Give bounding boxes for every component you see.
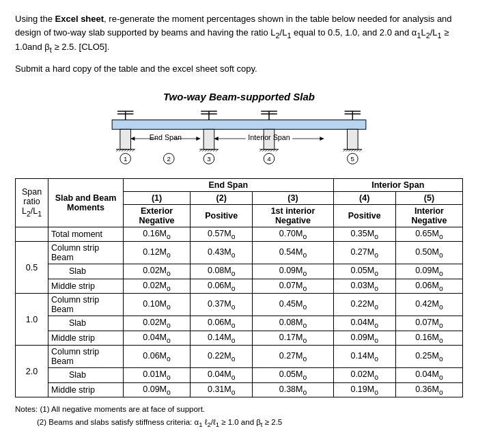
value-cell-col4: 0.09Mo (333, 331, 395, 346)
value-cell-col2: 0.31Mo (191, 382, 253, 397)
row-type-cell: Middle strip (48, 382, 124, 397)
row-type-cell: Middle strip (48, 331, 124, 346)
svg-marker-53 (196, 137, 200, 141)
table-row: Slab0.02Mo0.08Mo0.09Mo0.05Mo0.09Mo (16, 264, 463, 279)
value-cell-col5: 0.06Mo (395, 279, 462, 294)
svg-text:Interior Span: Interior Span (248, 133, 290, 141)
value-cell-col2: 0.37Mo (191, 294, 253, 316)
submit-paragraph: Submit a hard copy of the table and the … (15, 62, 463, 76)
value-cell-col5: 0.09Mo (395, 264, 462, 279)
svg-rect-16 (347, 129, 358, 149)
table-row: 1.0Column strip Beam0.10Mo0.37Mo0.45Mo0.… (16, 294, 463, 316)
value-cell-col1: 0.04Mo (124, 331, 191, 346)
span-ratio-cell: 1.0 (16, 294, 48, 346)
table-row: Middle strip0.09Mo0.31Mo0.38Mo0.19Mo0.36… (16, 382, 463, 397)
svg-text:2: 2 (167, 155, 171, 163)
value-cell-col2: 0.06Mo (191, 279, 253, 294)
value-cell-col2: 0.08Mo (191, 264, 253, 279)
value-cell-col5: 0.65Mo (395, 227, 462, 242)
col5-sub-header: InteriorNegative (395, 204, 462, 227)
row-type-cell: Column strip Beam (48, 346, 124, 368)
value-cell-col1: 0.02Mo (124, 316, 191, 331)
diagram-section: Two-way Beam-supported Slab (15, 91, 463, 171)
value-cell-col3: 0.07Mo (253, 279, 333, 294)
value-cell-col1: 0.02Mo (124, 279, 191, 294)
value-cell-col5: 0.16Mo (395, 331, 462, 346)
svg-marker-52 (131, 137, 135, 141)
diagram-title: Two-way Beam-supported Slab (15, 91, 463, 102)
col3-header: (3) (253, 191, 333, 204)
svg-text:End Span: End Span (150, 133, 182, 141)
col3-sub-header: 1st interiorNegative (253, 204, 333, 227)
table-row: Slab0.01Mo0.04Mo0.05Mo0.02Mo0.04Mo (16, 368, 463, 383)
value-cell-col4: 0.04Mo (333, 316, 395, 331)
svg-rect-12 (112, 120, 366, 129)
value-cell-col4: 0.03Mo (333, 279, 395, 294)
svg-text:3: 3 (207, 155, 210, 163)
value-cell-col5: 0.25Mo (395, 346, 462, 368)
value-cell-col4: 0.19Mo (333, 382, 395, 397)
note-indent (15, 418, 35, 426)
value-cell-col1: 0.09Mo (124, 382, 191, 397)
value-cell-col5: 0.42Mo (395, 294, 462, 316)
table-row: 2.0Column strip Beam0.06Mo0.22Mo0.27Mo0.… (16, 346, 463, 368)
svg-rect-13 (120, 129, 131, 149)
value-cell-col3: 0.70Mo (253, 227, 333, 242)
col4-sub-header: Positive (333, 204, 395, 227)
row-type-cell: Column strip Beam (48, 242, 124, 264)
value-cell-col1: 0.10Mo (124, 294, 191, 316)
interior-span-header: Interior Span (333, 178, 462, 191)
table-row: 0.5Column strip Beam0.12Mo0.43Mo0.54Mo0.… (16, 242, 463, 264)
svg-text:4: 4 (267, 155, 271, 163)
row-type-cell: Middle strip (48, 279, 124, 294)
row-type-cell: Slab (48, 368, 124, 383)
intro-paragraph: Using the Excel sheet, re-generate the m… (15, 12, 463, 55)
span-ratio-cell: 2.0 (16, 346, 48, 397)
span-ratio-cell: 0.5 (16, 242, 48, 294)
value-cell-col3: 0.08Mo (253, 316, 333, 331)
value-cell-col4: 0.22Mo (333, 294, 395, 316)
svg-marker-58 (320, 137, 324, 141)
value-cell-col4: 0.05Mo (333, 264, 395, 279)
value-cell-col3: 0.05Mo (253, 368, 333, 383)
value-cell-col5: 0.04Mo (395, 368, 462, 383)
value-cell-col2: 0.43Mo (191, 242, 253, 264)
value-cell-col2: 0.04Mo (191, 368, 253, 383)
value-cell-col4: 0.14Mo (333, 346, 395, 368)
main-table-wrapper: SpanratioL2/L1 Slab and BeamMoments End … (15, 178, 463, 398)
value-cell-col1: 0.16Mo (124, 227, 191, 242)
table-row: Middle strip0.04Mo0.14Mo0.17Mo0.09Mo0.16… (16, 331, 463, 346)
col2-header: (2) (191, 191, 253, 204)
note-1: (1) All negative moments are at face of … (40, 405, 205, 413)
value-cell-col1: 0.06Mo (124, 346, 191, 368)
value-cell-col2: 0.22Mo (191, 346, 253, 368)
value-cell-col3: 0.09Mo (253, 264, 333, 279)
span-ratio-cell-empty (16, 227, 48, 242)
table-row: Total moment0.16Mo0.57Mo0.70Mo0.35Mo0.65… (16, 227, 463, 242)
value-cell-col3: 0.54Mo (253, 242, 333, 264)
beam-diagram: End Span Interior Span 1 2 3 4 5 (96, 108, 382, 169)
value-cell-col4: 0.27Mo (333, 242, 395, 264)
value-cell-col3: 0.38Mo (253, 382, 333, 397)
notes-label: Notes: (15, 405, 40, 413)
svg-text:1: 1 (124, 155, 127, 163)
svg-marker-57 (214, 137, 219, 141)
value-cell-col2: 0.57Mo (191, 227, 253, 242)
col1-sub-header: ExteriorNegative (124, 204, 191, 227)
row-type-cell: Column strip Beam (48, 294, 124, 316)
value-cell-col5: 0.07Mo (395, 316, 462, 331)
table-row: Slab0.02Mo0.06Mo0.08Mo0.04Mo0.07Mo (16, 316, 463, 331)
bold-excel: Excel sheet (55, 14, 104, 24)
value-cell-col4: 0.35Mo (333, 227, 395, 242)
value-cell-col1: 0.12Mo (124, 242, 191, 264)
svg-text:5: 5 (351, 155, 355, 163)
value-cell-col2: 0.14Mo (191, 331, 253, 346)
row-type-cell: Slab (48, 316, 124, 331)
value-cell-col1: 0.01Mo (124, 368, 191, 383)
slab-beam-header: Slab and BeamMoments (48, 178, 124, 227)
table-row: Middle strip0.02Mo0.06Mo0.07Mo0.03Mo0.06… (16, 279, 463, 294)
value-cell-col5: 0.36Mo (395, 382, 462, 397)
col1-header: (1) (124, 191, 191, 204)
end-span-header: End Span (124, 178, 334, 191)
value-cell-col3: 0.17Mo (253, 331, 333, 346)
